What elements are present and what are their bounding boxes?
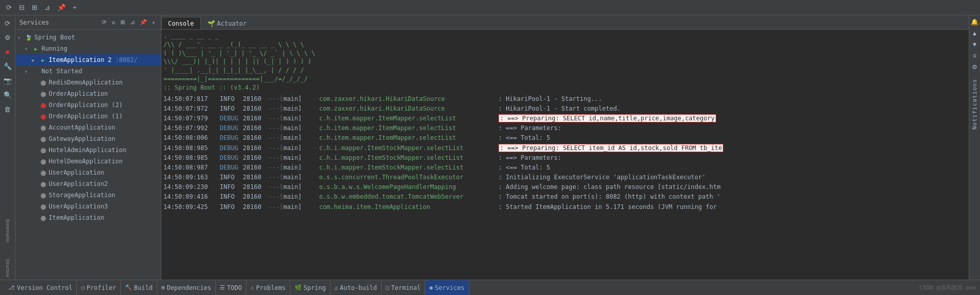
tree-label-hotel-admin-app: HotelAdminApplication [49, 146, 127, 154]
structure-icon-btn[interactable]: Structure [5, 259, 10, 278]
sidebar-item-hotel-admin-app[interactable]: ⬤HotelAdminApplication [15, 144, 161, 156]
sidebar-item-item-app[interactable]: ⬤ItemApplication [15, 212, 161, 223]
collapse-btn[interactable]: ⊟ [17, 3, 27, 12]
filter-btn[interactable]: ⊿ [43, 3, 52, 12]
log-level: DEBUG [220, 143, 243, 153]
log-pid: 28160 [243, 143, 268, 153]
log-thread: main] [283, 182, 319, 192]
right-panel: Console🌱 Actuator . ____ _ __ _ _ /\\ / … [161, 15, 969, 280]
sidebar-item-user-app[interactable]: ⬤UserApplication [15, 167, 161, 178]
status-item-services[interactable]: ◉Services [425, 280, 469, 295]
stop-icon-btn[interactable]: ■ [2, 46, 13, 57]
status-item-spring[interactable]: 🌿Spring [290, 280, 330, 295]
pin-btn[interactable]: 📌 [55, 3, 68, 12]
sidebar-item-hotel-demo-app[interactable]: ⬤HotelDemoApplication [15, 156, 161, 167]
up-arrow-btn[interactable]: ▲ [970, 29, 979, 38]
status-label-version-control: Version Control [17, 284, 72, 291]
sidebar-item-order-app[interactable]: ⬤OrderApplication [15, 88, 161, 99]
status-item-version-control[interactable]: ⎇Version Control [4, 280, 77, 295]
log-thread: main] [283, 94, 319, 104]
left-icon-strip: ⟳ ⚙ ■ 🔧 📷 🔍 🗑 Bookmarks Structure [0, 15, 15, 280]
status-icon-todo: ☰ [220, 284, 225, 291]
log-level: INFO [220, 173, 243, 182]
log-msg: : ==> Preparing: SELECT item_id AS id,st… [498, 143, 723, 153]
tab-label-actuator: Actuator [217, 20, 247, 27]
settings-icon-btn[interactable]: ⚙ [2, 32, 13, 43]
down-arrow-btn[interactable]: ▼ [970, 40, 979, 49]
status-item-dependencies[interactable]: ⊞Dependencies [157, 280, 216, 295]
sidebar-item-not-started[interactable]: ▾Not Started [15, 66, 161, 77]
wrench-icon-btn[interactable]: 🔧 [2, 60, 13, 72]
status-item-build[interactable]: 🔨Build [121, 280, 157, 295]
sidebar-item-order-app-2[interactable]: ⬤OrderApplication (2) [15, 99, 161, 111]
status-icon-spring: 🌿 [295, 284, 302, 291]
sidebar-collapse-all-btn[interactable]: ≡ [110, 18, 116, 26]
refresh-btn[interactable]: ⟳ [4, 3, 14, 12]
notifications-btn[interactable]: 🔔 [970, 17, 979, 27]
status-item-problems[interactable]: ⚠Problems [246, 280, 290, 295]
search-icon-btn[interactable]: 🔍 [2, 89, 13, 100]
tree-icon-not-started [32, 67, 40, 75]
trash-icon-btn[interactable]: 🗑 [2, 103, 13, 115]
tree-arrow-not-started: ▾ [25, 69, 32, 74]
sidebar-item-storage-app[interactable]: ⬤StorageApplication [15, 189, 161, 201]
log-logger: c.h.item.mapper.ItemMapper.selectList [319, 133, 498, 143]
log-time: 14:50:08:006 [163, 133, 220, 143]
sidebar-filter-btn[interactable]: ⊿ [129, 18, 136, 26]
log-sep: --- [268, 94, 280, 104]
log-logger: c.h.i.mapper.ItemStockMapper.selectList [319, 153, 498, 163]
tree-icon-order-app: ⬤ [39, 90, 47, 98]
status-item-todo[interactable]: ☰TODO [216, 280, 246, 295]
log-thread: main] [283, 202, 319, 212]
notifications-label: Notifications [971, 79, 978, 130]
log-time: 14:50:07:972 [163, 104, 220, 114]
refresh-icon-btn[interactable]: ⟳ [2, 17, 13, 29]
sidebar-refresh-btn[interactable]: ⟳ [100, 18, 108, 26]
sidebar-item-spring-boot[interactable]: ▾🍃Spring Boot [15, 32, 161, 43]
sidebar-item-order-app-1[interactable]: ⬤OrderApplication (1) [15, 111, 161, 122]
sort-btn[interactable]: ≡ [970, 51, 979, 60]
tab-console[interactable]: Console [161, 17, 201, 29]
log-pid: 28160 [243, 192, 268, 202]
sidebar-title: Services [19, 19, 49, 26]
sidebar-item-user-app-3[interactable]: ⬤UserApplication3 [15, 201, 161, 212]
bookmarks-icon-btn[interactable]: Bookmarks [5, 219, 10, 242]
log-line-0: 14:50:07:817 INFO 28160 --- [main] com.z… [163, 94, 967, 104]
sidebar-group-btn[interactable]: ⊞ [119, 18, 127, 26]
sidebar-item-redis-demo[interactable]: ⬤RedisDemoApplication [15, 77, 161, 88]
tree-label-item-app-2: ItemApplication 2 :8082/ [49, 56, 137, 64]
log-line-9: 14:50:09:230 INFO 28160 --- [main] o.s.b… [163, 182, 967, 192]
sidebar-pin-btn[interactable]: 📌 [138, 18, 149, 26]
log-pid: 28160 [243, 133, 268, 143]
tree-arrow-running: ▾ [25, 46, 32, 52]
tab-label-console: Console [168, 20, 194, 27]
log-logger: c.h.i.mapper.ItemStockMapper.selectList [319, 143, 498, 153]
tree-icon-redis-demo: ⬤ [39, 78, 47, 87]
settings-notif-btn[interactable]: ⚙ [970, 62, 979, 72]
sidebar-add-btn[interactable]: + [151, 18, 157, 26]
log-thread: main] [283, 114, 319, 123]
sidebar-item-running[interactable]: ▾▶Running [15, 43, 161, 54]
log-msg: : Initializing ExecutorService 'applicat… [498, 173, 706, 182]
tree-label-item-app: ItemApplication [49, 214, 104, 221]
sidebar-item-account-app[interactable]: ⬤AccountApplication [15, 122, 161, 133]
tree-icon-hotel-demo-app: ⬤ [39, 157, 47, 165]
tabs-bar: Console🌱 Actuator [161, 15, 969, 30]
console-content[interactable]: . ____ _ __ _ _ /\\ / ___'_ __ _ _(_)_ _… [161, 30, 969, 280]
sidebar-item-gateway-app[interactable]: ⬤GatewayApplication [15, 133, 161, 144]
status-item-terminal[interactable]: ▢Terminal [382, 280, 425, 295]
log-pid: 28160 [243, 104, 268, 114]
status-item-auto-build[interactable]: △Auto-build [330, 280, 382, 295]
log-msg: : Tomcat started on port(s): 8082 (http)… [498, 192, 720, 202]
status-label-dependencies: Dependencies [167, 284, 212, 291]
camera-icon-btn[interactable]: 📷 [2, 75, 13, 86]
status-label-spring: Spring [304, 284, 326, 291]
tab-actuator[interactable]: 🌱 Actuator [201, 17, 254, 29]
log-logger: o.s.b.w.embedded.tomcat.TomcatWebServer [319, 192, 498, 202]
sidebar-item-item-app-2[interactable]: ▶▶ItemApplication 2 :8082/ [15, 54, 161, 66]
sidebar-item-user-app-2[interactable]: ⬤UserApplication2 [15, 178, 161, 189]
status-item-profiler[interactable]: ○Profiler [77, 280, 120, 295]
group-btn[interactable]: ⊞ [30, 3, 39, 12]
add-btn[interactable]: + [71, 3, 79, 12]
log-time: 14:50:08:985 [163, 153, 220, 163]
